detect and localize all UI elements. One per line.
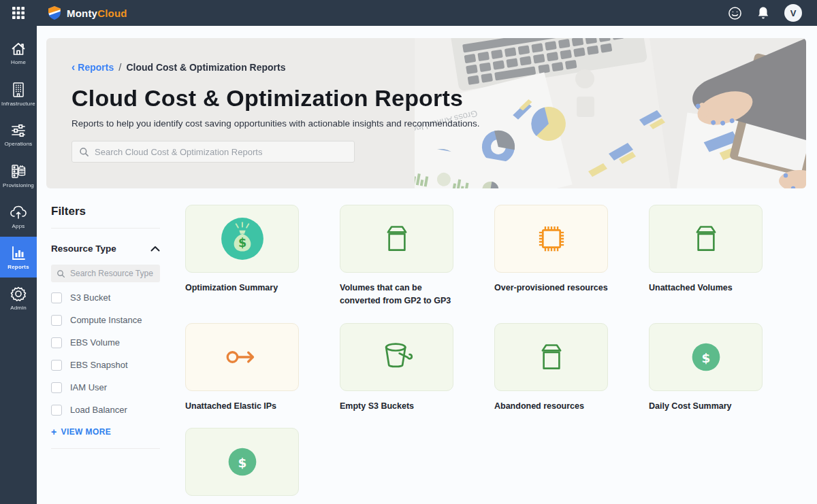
card-daily-cost-summary[interactable]: $: [649, 323, 763, 391]
report-card-label: Daily Cost Summary: [649, 400, 771, 413]
sidebar-item-label: Provisioning: [3, 182, 34, 188]
sidebar-item-label: Infrastructure: [1, 101, 35, 107]
option-label: Compute Instance: [70, 315, 142, 325]
report-card-cell: $ Optimization Summary: [185, 205, 299, 308]
chevron-left-icon: ‹: [71, 62, 75, 73]
checkbox[interactable]: [51, 292, 62, 303]
page-subtitle: Reports to help you identify cost saving…: [71, 118, 806, 129]
sidebar-item-operations[interactable]: Operations: [0, 114, 37, 155]
sidebar-item-label: Admin: [10, 305, 27, 311]
filter-option-iam-user[interactable]: IAM User: [51, 376, 160, 399]
report-card-label: Over-provisioned resources: [494, 282, 617, 295]
sidebar-item-infrastructure[interactable]: Infrastructure: [0, 73, 37, 114]
card-unattached-elastic-ips[interactable]: [185, 323, 299, 391]
search-icon: [79, 147, 89, 157]
report-card-label: Volumes that can be converted from GP2 t…: [340, 282, 462, 308]
reports-search[interactable]: [71, 141, 355, 163]
view-more-link[interactable]: + VIEW MORE: [51, 426, 160, 449]
brand-name: MontyCloud: [67, 7, 127, 19]
card-optimization-summary[interactable]: $: [185, 205, 299, 273]
filter-option-s3-bucket[interactable]: S3 Bucket: [51, 286, 160, 309]
svg-text:$: $: [238, 456, 246, 470]
report-card-label: Abandoned resources: [494, 400, 617, 413]
card-unattached-volumes[interactable]: [649, 205, 763, 273]
user-avatar[interactable]: V: [784, 4, 802, 22]
filter-option-load-balancer[interactable]: Load Balancer: [51, 399, 160, 421]
filters-panel: Filters Resource Type: [51, 205, 160, 504]
sidebar-item-label: Reports: [7, 264, 29, 270]
resource-type-options: S3 Bucket Compute Instance EBS Volume: [51, 286, 160, 421]
option-label: IAM User: [70, 382, 107, 392]
filter-option-compute-instance[interactable]: Compute Instance: [51, 309, 160, 331]
option-label: EBS Volume: [70, 337, 120, 348]
resource-type-search[interactable]: [51, 265, 160, 282]
sidebar-item-label: Operations: [4, 141, 32, 147]
breadcrumb: ‹ Reports / Cloud Cost & Optimization Re…: [71, 61, 806, 73]
sidebar-item-home[interactable]: Home: [0, 33, 37, 73]
sidebar-item-label: Home: [11, 59, 26, 65]
search-icon: [57, 269, 65, 278]
main-content: Gross Annual Income: [37, 26, 817, 504]
feedback-smiley-icon[interactable]: [728, 6, 742, 20]
checkbox[interactable]: [51, 337, 62, 348]
plus-icon: +: [51, 426, 57, 437]
option-label: Load Balancer: [70, 405, 127, 415]
card-monthly-cost-summary[interactable]: $: [185, 428, 299, 496]
svg-text:$: $: [701, 351, 710, 365]
filter-option-ebs-snapshot[interactable]: EBS Snapshot: [51, 354, 160, 376]
sidebar-item-admin[interactable]: Admin: [0, 278, 37, 318]
page-title: Cloud Cost & Optimization Reports: [71, 85, 806, 112]
notifications-bell-icon[interactable]: [757, 6, 769, 20]
card-empty-s3-buckets[interactable]: [340, 323, 453, 391]
filters-heading: Filters: [51, 205, 160, 229]
hero-banner: Gross Annual Income: [46, 38, 806, 188]
card-over-provisioned[interactable]: [494, 205, 608, 273]
checkbox[interactable]: [51, 405, 62, 416]
breadcrumb-separator: /: [118, 61, 121, 73]
report-card-cell: Over-provisioned resources: [494, 205, 608, 308]
filter-option-ebs-volume[interactable]: EBS Volume: [51, 331, 160, 354]
report-card-label: Unattached Elastic IPs: [185, 400, 308, 413]
apps-grid-icon[interactable]: [0, 6, 37, 20]
reports-search-input[interactable]: [95, 147, 347, 157]
checkbox[interactable]: [51, 382, 62, 393]
report-card-label: Empty S3 Buckets: [340, 400, 462, 413]
resource-type-title: Resource Type: [51, 243, 116, 254]
breadcrumb-current: Cloud Cost & Optimization Reports: [126, 62, 285, 73]
report-card-cell: $ Monthly Cost Summary: [185, 428, 299, 504]
card-volumes-gp2-to-gp3[interactable]: [340, 205, 453, 273]
report-card-label: Unattached Volumes: [649, 282, 771, 295]
chevron-up-icon[interactable]: [150, 246, 160, 252]
report-card-cell: Volumes that can be converted from GP2 t…: [340, 205, 453, 308]
montycloud-logo[interactable]: MontyCloud: [46, 5, 127, 21]
top-bar: MontyCloud V: [0, 0, 817, 26]
sidebar-item-label: Apps: [12, 223, 25, 229]
card-abandoned-resources[interactable]: [494, 323, 608, 391]
checkbox[interactable]: [51, 360, 62, 371]
option-label: EBS Snapshot: [70, 360, 128, 370]
report-cards-grid: $ Optimization Summary Volumes that can …: [185, 205, 763, 504]
option-label: S3 Bucket: [70, 292, 110, 303]
checkbox[interactable]: [51, 315, 62, 326]
brand-shield-icon: [46, 5, 63, 21]
sidebar-item-provisioning[interactable]: Provisioning: [0, 155, 37, 196]
sidebar-item-reports[interactable]: Reports: [0, 237, 37, 278]
sidebar-nav: Home Infrastructure Operations Provision…: [0, 26, 37, 504]
svg-text:$: $: [238, 236, 246, 250]
report-card-cell: Unattached Elastic IPs: [185, 323, 299, 413]
montycloud-app: MontyCloud V: [0, 0, 817, 504]
breadcrumb-back-link[interactable]: ‹ Reports: [71, 62, 114, 73]
report-card-cell: Empty S3 Buckets: [340, 323, 453, 413]
report-card-cell: Abandoned resources: [494, 323, 608, 413]
sidebar-item-apps[interactable]: Apps: [0, 196, 37, 237]
report-card-cell: $ Daily Cost Summary: [649, 323, 763, 413]
resource-type-group-header[interactable]: Resource Type: [51, 243, 160, 254]
report-card-cell: Unattached Volumes: [649, 205, 763, 308]
resource-type-search-input[interactable]: [70, 269, 155, 278]
report-card-label: Optimization Summary: [185, 282, 308, 295]
